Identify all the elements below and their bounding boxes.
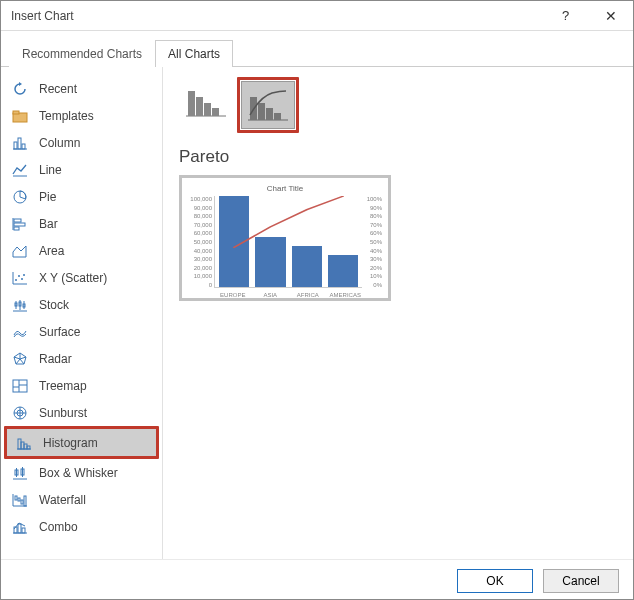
- sidebar-item-sunburst[interactable]: Sunburst: [3, 399, 160, 426]
- treemap-icon: [11, 377, 29, 395]
- sidebar-item-histogram[interactable]: Histogram: [7, 429, 156, 456]
- main-panel: Pareto Chart Title 100,00090,00080,00070…: [163, 67, 633, 559]
- sidebar-item-label: Combo: [39, 520, 78, 534]
- area-icon: [11, 242, 29, 260]
- y2-axis-ticks: 100%90%80%70%60%50%40%30%20%10%0%: [364, 196, 382, 288]
- sidebar-item-line[interactable]: Line: [3, 156, 160, 183]
- window-title: Insert Chart: [11, 9, 74, 23]
- dialog-body: Recent Templates Column Line Pie: [1, 67, 633, 559]
- svg-rect-58: [22, 528, 25, 533]
- svg-rect-4: [22, 144, 25, 149]
- sidebar-item-waterfall[interactable]: Waterfall: [3, 486, 160, 513]
- x-axis-categories: EUROPEASIAAFRICAAMERICAS: [214, 292, 364, 298]
- dialog-footer: OK Cancel: [1, 559, 633, 600]
- preview-chart-area: 100,00090,00080,00070,00060,00050,00040,…: [188, 196, 382, 296]
- sidebar-item-label: Radar: [39, 352, 72, 366]
- sidebar-item-bar[interactable]: Bar: [3, 210, 160, 237]
- ok-button[interactable]: OK: [457, 569, 533, 593]
- titlebar: Insert Chart ? ✕: [1, 1, 633, 31]
- svg-rect-66: [258, 103, 265, 120]
- svg-point-15: [18, 275, 20, 277]
- stock-icon: [11, 296, 29, 314]
- close-button[interactable]: ✕: [588, 1, 633, 30]
- chart-preview[interactable]: Chart Title 100,00090,00080,00070,00060,…: [179, 175, 391, 301]
- line-icon: [11, 161, 29, 179]
- preview-chart-title: Chart Title: [188, 184, 382, 193]
- sidebar-item-label: Surface: [39, 325, 80, 339]
- sidebar-item-templates[interactable]: Templates: [3, 102, 160, 129]
- bar-icon: [11, 215, 29, 233]
- sidebar-item-radar[interactable]: Radar: [3, 345, 160, 372]
- sidebar-item-label: Treemap: [39, 379, 87, 393]
- svg-rect-52: [18, 498, 20, 501]
- scatter-icon: [11, 269, 29, 287]
- surface-icon: [11, 323, 29, 341]
- svg-rect-10: [14, 227, 19, 230]
- svg-rect-51: [15, 496, 17, 500]
- sidebar-item-combo[interactable]: Combo: [3, 513, 160, 540]
- sidebar-item-label: Area: [39, 244, 64, 258]
- sidebar-item-label: Line: [39, 163, 62, 177]
- svg-point-16: [21, 278, 23, 280]
- svg-rect-57: [18, 524, 21, 533]
- svg-rect-60: [188, 91, 195, 116]
- column-icon: [11, 134, 29, 152]
- svg-rect-3: [18, 138, 21, 149]
- sidebar-item-scatter[interactable]: X Y (Scatter): [3, 264, 160, 291]
- sidebar-item-stock[interactable]: Stock: [3, 291, 160, 318]
- radar-icon: [11, 350, 29, 368]
- subtype-histogram[interactable]: [179, 77, 233, 125]
- sidebar-item-label: Histogram: [43, 436, 98, 450]
- subtype-row: [179, 77, 617, 133]
- sidebar-item-box-whisker[interactable]: Box & Whisker: [3, 459, 160, 486]
- svg-rect-53: [21, 500, 23, 504]
- tab-recommended[interactable]: Recommended Charts: [9, 40, 155, 67]
- sidebar-item-label: Waterfall: [39, 493, 86, 507]
- help-button[interactable]: ?: [543, 1, 588, 30]
- templates-icon: [11, 107, 29, 125]
- sidebar-item-label: Sunburst: [39, 406, 87, 420]
- combo-icon: [11, 518, 29, 536]
- svg-rect-63: [212, 108, 219, 116]
- sidebar-item-surface[interactable]: Surface: [3, 318, 160, 345]
- sidebar-item-label: Bar: [39, 217, 58, 231]
- svg-rect-62: [204, 103, 211, 116]
- sidebar-item-treemap[interactable]: Treemap: [3, 372, 160, 399]
- subtype-pareto[interactable]: [241, 81, 295, 129]
- cancel-button[interactable]: Cancel: [543, 569, 619, 593]
- svg-rect-67: [266, 108, 273, 120]
- sidebar-item-label: Stock: [39, 298, 69, 312]
- svg-rect-8: [14, 219, 21, 222]
- svg-line-28: [20, 359, 24, 364]
- svg-point-17: [23, 274, 25, 276]
- svg-rect-9: [14, 223, 25, 226]
- svg-rect-2: [14, 142, 17, 149]
- sidebar-item-label: Column: [39, 136, 80, 150]
- sidebar-item-label: X Y (Scatter): [39, 271, 107, 285]
- sidebar-item-column[interactable]: Column: [3, 129, 160, 156]
- recent-icon: [11, 80, 29, 98]
- tab-all-charts[interactable]: All Charts: [155, 40, 233, 67]
- svg-rect-31: [13, 380, 27, 392]
- sidebar-item-label: Recent: [39, 82, 77, 96]
- sidebar-item-label: Box & Whisker: [39, 466, 118, 480]
- sidebar-item-pie[interactable]: Pie: [3, 183, 160, 210]
- svg-rect-68: [274, 113, 281, 120]
- section-title: Pareto: [179, 147, 617, 167]
- chart-type-sidebar: Recent Templates Column Line Pie: [1, 67, 163, 559]
- tab-bar: Recommended Charts All Charts: [1, 31, 633, 67]
- histogram-icon: [15, 434, 33, 452]
- sidebar-item-label: Templates: [39, 109, 94, 123]
- svg-rect-43: [27, 446, 30, 449]
- y-axis-ticks: 100,00090,00080,00070,00060,00050,00040,…: [188, 196, 214, 288]
- sidebar-item-recent[interactable]: Recent: [3, 75, 160, 102]
- sunburst-icon: [11, 404, 29, 422]
- pie-icon: [11, 188, 29, 206]
- window-controls: ? ✕: [543, 1, 633, 30]
- waterfall-icon: [11, 491, 29, 509]
- sidebar-item-label: Pie: [39, 190, 56, 204]
- plot-area: [214, 196, 362, 288]
- svg-rect-61: [196, 97, 203, 116]
- sidebar-item-area[interactable]: Area: [3, 237, 160, 264]
- svg-rect-1: [13, 111, 19, 114]
